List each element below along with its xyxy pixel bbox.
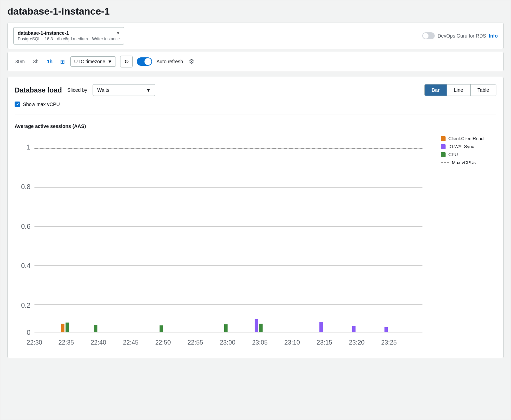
chart-area: 1 0.8 0.6 0.4 0.2 0 (15, 132, 496, 347)
svg-text:22:35: 22:35 (58, 339, 74, 346)
client-clientread-color (441, 136, 446, 141)
svg-text:23:10: 23:10 (284, 339, 300, 346)
svg-rect-29 (224, 324, 228, 332)
sliced-by-chevron-icon: ▼ (146, 87, 151, 93)
legend-cpu-label: CPU (448, 152, 458, 157)
instance-meta: PostgreSQL 16.3 db.c6gd.medium Writer in… (18, 37, 120, 41)
legend-max-vcpus: Max vCPUs (441, 160, 496, 165)
page-wrapper: database-1-instance-1 database-1-instanc… (0, 0, 511, 420)
legend-cpu: CPU (441, 152, 496, 157)
svg-text:23:00: 23:00 (220, 339, 235, 346)
chart-title: Average active sessions (AAS) (15, 123, 496, 129)
svg-rect-31 (259, 324, 263, 332)
view-type-buttons: Bar Line Table (424, 84, 496, 96)
svg-text:22:50: 22:50 (155, 339, 171, 346)
svg-text:22:40: 22:40 (91, 339, 106, 346)
sliced-by-label: Sliced by (68, 87, 87, 93)
legend-max-vcpus-label: Max vCPUs (452, 160, 476, 165)
time-3h-button[interactable]: 3h (31, 57, 41, 66)
svg-rect-30 (255, 319, 258, 332)
devops-guru-section: DevOps Guru for RDS Info (422, 32, 498, 39)
legend-io-walsync-label: IO:WALSync (448, 144, 474, 149)
timezone-selector[interactable]: UTC timezone ▼ (70, 56, 116, 67)
devops-guru-toggle[interactable] (422, 32, 435, 39)
svg-rect-26 (65, 323, 69, 332)
svg-text:23:05: 23:05 (252, 339, 268, 346)
legend-io-walsync: IO:WALSync (441, 144, 496, 149)
legend-client-clientread: Client:ClientRead (441, 136, 496, 141)
instance-selector[interactable]: database-1-instance-1 ▼ PostgreSQL 16.3 … (13, 27, 124, 45)
refresh-button[interactable]: ↻ (120, 56, 133, 67)
devops-guru-info-link[interactable]: Info (489, 33, 498, 39)
instance-name: database-1-instance-1 ▼ (18, 30, 120, 36)
svg-text:22:45: 22:45 (123, 339, 139, 346)
refresh-icon: ↻ (124, 58, 129, 65)
db-load-title: Database load (15, 86, 62, 94)
show-max-vcpu-checkbox[interactable] (15, 102, 20, 107)
auto-refresh-label: Auto refresh (156, 59, 183, 64)
svg-text:23:15: 23:15 (317, 339, 332, 346)
svg-rect-27 (94, 325, 97, 332)
page-title: database-1-instance-1 (7, 6, 504, 17)
svg-text:0: 0 (27, 329, 31, 336)
auto-refresh-toggle[interactable] (137, 57, 152, 66)
chart-container: Average active sessions (AAS) 1 0.8 0.6 … (15, 120, 496, 351)
sliced-by-selector[interactable]: Waits ▼ (93, 84, 155, 96)
io-walsync-color (441, 144, 446, 149)
aas-chart-svg: 1 0.8 0.6 0.4 0.2 0 (15, 132, 434, 347)
line-view-button[interactable]: Line (447, 84, 470, 96)
section-divider (15, 114, 496, 114)
svg-text:0.4: 0.4 (21, 262, 30, 269)
svg-rect-32 (319, 322, 323, 332)
top-bar: database-1-instance-1 ▼ PostgreSQL 16.3 … (7, 23, 504, 49)
svg-text:0.8: 0.8 (21, 183, 30, 191)
svg-text:0.6: 0.6 (21, 223, 30, 230)
svg-text:22:55: 22:55 (188, 339, 203, 346)
svg-rect-33 (352, 326, 356, 332)
show-max-vcpu-label: Show max vCPU (23, 102, 60, 107)
calendar-grid-icon[interactable]: ⊞ (59, 58, 66, 66)
db-load-header: Database load Sliced by Waits ▼ Bar Line… (15, 84, 496, 96)
dropdown-chevron-icon: ▼ (116, 31, 120, 35)
svg-text:1: 1 (27, 143, 31, 151)
devops-guru-label: DevOps Guru for RDS (438, 33, 486, 39)
svg-text:22:30: 22:30 (27, 339, 42, 346)
time-controls-bar: 30m 3h 1h ⊞ UTC timezone ▼ ↻ Auto refres… (7, 52, 504, 71)
gear-icon: ⚙ (189, 58, 194, 65)
chart-main: 1 0.8 0.6 0.4 0.2 0 (15, 132, 434, 347)
svg-text:23:25: 23:25 (381, 339, 397, 346)
time-30m-button[interactable]: 30m (13, 57, 27, 66)
max-vcpus-dashed-icon (441, 162, 449, 163)
svg-rect-28 (160, 325, 163, 332)
svg-text:23:20: 23:20 (349, 339, 364, 346)
svg-rect-25 (61, 324, 64, 332)
show-max-vcpu-row: Show max vCPU (15, 102, 496, 107)
settings-gear-button[interactable]: ⚙ (187, 56, 196, 67)
svg-text:0.2: 0.2 (21, 301, 30, 309)
time-1h-button[interactable]: 1h (45, 57, 55, 66)
legend-client-clientread-label: Client:ClientRead (448, 136, 484, 141)
chart-legend: Client:ClientRead IO:WALSync CPU Max vCP… (441, 132, 496, 347)
timezone-chevron-icon: ▼ (108, 59, 112, 64)
svg-rect-34 (384, 327, 388, 332)
table-view-button[interactable]: Table (470, 84, 496, 96)
cpu-color (441, 152, 446, 157)
main-content: Database load Sliced by Waits ▼ Bar Line… (7, 77, 504, 358)
bar-view-button[interactable]: Bar (425, 84, 447, 96)
